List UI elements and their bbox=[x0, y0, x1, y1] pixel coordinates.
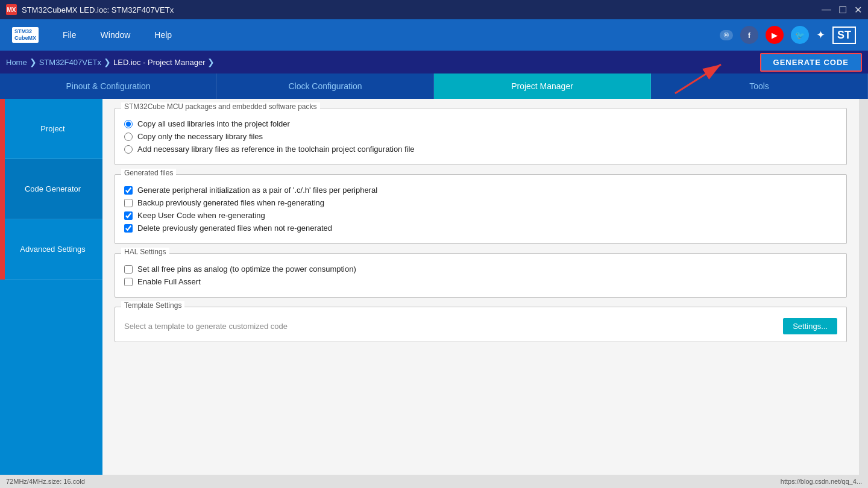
checkbox-pair-files: Generate peripheral initialization as a … bbox=[124, 186, 837, 195]
radio-add-reference-label: Add necessary library files as reference… bbox=[137, 145, 415, 154]
checkbox-full-assert-input[interactable] bbox=[124, 278, 133, 286]
template-row: Select a template to generate customized… bbox=[124, 318, 837, 334]
hal-section-legend: HAL Settings bbox=[121, 248, 169, 256]
menu-bar: STM32CubeMX File Window Help ⑩ f ▶ 🐦 ✦ S… bbox=[0, 19, 868, 51]
tab-bar: Pinout & Configuration Clock Configurati… bbox=[0, 74, 868, 99]
radio-copy-necessary: Copy only the necessary library files bbox=[124, 132, 837, 141]
right-scrollbar bbox=[859, 99, 868, 488]
template-settings-section: Template Settings Select a template to g… bbox=[115, 307, 847, 342]
checkbox-backup-label: Backup previously generated files when r… bbox=[137, 198, 324, 207]
tab-clock[interactable]: Clock Configuration bbox=[217, 74, 434, 99]
app-logo: STM32CubeMX bbox=[12, 27, 39, 43]
sidebar-item-project[interactable]: Project bbox=[0, 99, 102, 159]
breadcrumb-sep-1: ❯ bbox=[30, 57, 37, 67]
checkbox-keep-user-code: Keep User Code when re-generating bbox=[124, 211, 837, 220]
menu-window[interactable]: Window bbox=[101, 30, 131, 40]
generated-files-legend: Generated files bbox=[121, 169, 176, 177]
version-badge: ⑩ bbox=[720, 30, 733, 40]
st-logo: ST bbox=[832, 27, 856, 44]
mcu-section-legend: STM32Cube MCU packages and embedded soft… bbox=[121, 102, 320, 111]
menu-help[interactable]: Help bbox=[154, 30, 172, 40]
hal-section-content: Set all free pins as analog (to optimize… bbox=[115, 254, 846, 297]
checkbox-delete-files: Delete previously generated files when n… bbox=[124, 224, 837, 233]
bottom-bar: 72MHz/4MHz.size: 16.cold https://blog.cs… bbox=[0, 475, 868, 488]
tab-project-manager[interactable]: Project Manager bbox=[434, 74, 651, 99]
radio-copy-necessary-label: Copy only the necessary library files bbox=[137, 132, 263, 141]
checkbox-analog-pins: Set all free pins as analog (to optimize… bbox=[124, 264, 837, 274]
menu-file[interactable]: File bbox=[63, 30, 77, 40]
content-area: STM32Cube MCU packages and embedded soft… bbox=[102, 99, 859, 488]
checkbox-full-assert: Enable Full Assert bbox=[124, 277, 837, 286]
bottom-bar-right: https://blog.csdn.net/qq_4... bbox=[781, 478, 862, 485]
breadcrumb-device[interactable]: STM32F407VETx bbox=[39, 58, 101, 67]
checkbox-full-assert-label: Enable Full Assert bbox=[137, 277, 201, 286]
minimize-button[interactable]: — bbox=[822, 4, 831, 16]
checkbox-backup-input[interactable] bbox=[124, 199, 133, 207]
generate-code-button[interactable]: GENERATE CODE bbox=[760, 53, 862, 72]
window-controls[interactable]: — ☐ ✕ bbox=[822, 4, 862, 16]
checkbox-analog-pins-label: Set all free pins as analog (to optimize… bbox=[137, 264, 356, 274]
radio-copy-all: Copy all used libraries into the project… bbox=[124, 119, 837, 128]
title-text: STM32CubeMX LED.ioc: STM32F407VETx bbox=[22, 5, 174, 14]
checkbox-pair-files-label: Generate peripheral initialization as a … bbox=[137, 186, 377, 195]
mcu-packages-section: STM32Cube MCU packages and embedded soft… bbox=[115, 108, 847, 165]
settings-button[interactable]: Settings... bbox=[783, 318, 837, 334]
network-icon: ✦ bbox=[816, 28, 825, 42]
maximize-button[interactable]: ☐ bbox=[838, 4, 847, 16]
twitter-icon[interactable]: 🐦 bbox=[791, 26, 809, 44]
hal-settings-section: HAL Settings Set all free pins as analog… bbox=[115, 253, 847, 298]
template-section-legend: Template Settings bbox=[121, 301, 184, 310]
tab-tools[interactable]: Tools bbox=[651, 74, 868, 99]
title-bar: MX STM32CubeMX LED.ioc: STM32F407VETx — … bbox=[0, 0, 868, 19]
breadcrumb-sep-3: ❯ bbox=[207, 57, 215, 67]
checkbox-delete-files-input[interactable] bbox=[124, 224, 133, 233]
radio-copy-all-label: Copy all used libraries into the project… bbox=[137, 119, 290, 128]
logo-text: STM32CubeMX bbox=[12, 27, 39, 43]
sidebar-item-advanced-settings[interactable]: Advanced Settings bbox=[0, 219, 102, 280]
menu-bar-right: ⑩ f ▶ 🐦 ✦ ST bbox=[720, 26, 856, 44]
sidebar: Project Code Generator Advanced Settings bbox=[0, 99, 102, 488]
bottom-bar-left: 72MHz/4MHz.size: 16.cold bbox=[6, 478, 85, 485]
checkbox-delete-files-label: Delete previously generated files when n… bbox=[137, 224, 332, 233]
generated-files-section: Generated files Generate peripheral init… bbox=[115, 174, 847, 244]
breadcrumb-home[interactable]: Home bbox=[6, 58, 27, 67]
breadcrumb: Home ❯ STM32F407VETx ❯ LED.ioc - Project… bbox=[6, 57, 215, 67]
menu-items: File Window Help bbox=[63, 30, 172, 40]
generated-files-content: Generate peripheral initialization as a … bbox=[115, 175, 846, 243]
radio-add-reference: Add necessary library files as reference… bbox=[124, 145, 837, 154]
breadcrumb-bar: Home ❯ STM32F407VETx ❯ LED.ioc - Project… bbox=[0, 51, 868, 74]
checkbox-keep-user-code-input[interactable] bbox=[124, 211, 133, 220]
template-placeholder-text: Select a template to generate customized… bbox=[124, 322, 288, 331]
tab-pinout[interactable]: Pinout & Configuration bbox=[0, 74, 217, 99]
template-section-content: Select a template to generate customized… bbox=[115, 307, 846, 342]
sidebar-item-code-generator[interactable]: Code Generator bbox=[0, 159, 102, 219]
app-icon: MX bbox=[6, 4, 17, 15]
radio-add-reference-input[interactable] bbox=[124, 145, 133, 154]
checkbox-analog-pins-input[interactable] bbox=[124, 265, 133, 274]
breadcrumb-current: LED.ioc - Project Manager bbox=[113, 58, 205, 67]
breadcrumb-sep-2: ❯ bbox=[104, 57, 111, 67]
mcu-section-content: Copy all used libraries into the project… bbox=[115, 108, 846, 164]
youtube-icon[interactable]: ▶ bbox=[766, 26, 784, 44]
facebook-icon[interactable]: f bbox=[740, 26, 758, 44]
close-button[interactable]: ✕ bbox=[854, 4, 862, 16]
radio-copy-all-input[interactable] bbox=[124, 120, 133, 128]
checkbox-backup: Backup previously generated files when r… bbox=[124, 198, 837, 207]
checkbox-pair-files-input[interactable] bbox=[124, 186, 133, 195]
checkbox-keep-user-code-label: Keep User Code when re-generating bbox=[137, 211, 265, 220]
main-layout: Project Code Generator Advanced Settings… bbox=[0, 99, 868, 488]
radio-copy-necessary-input[interactable] bbox=[124, 133, 133, 141]
